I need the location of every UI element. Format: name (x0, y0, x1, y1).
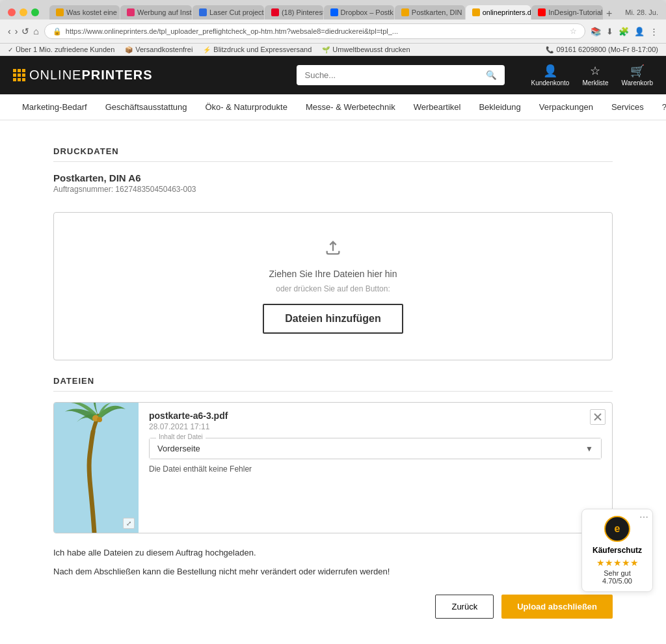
tab-1[interactable]: Was kostet eine … ✕ (49, 5, 120, 20)
finish-upload-button[interactable]: Upload abschließen (501, 595, 613, 619)
bookmark-1[interactable]: ✓ Über 1 Mio. zufriedene Kunden (8, 46, 114, 53)
site-header: ONLINEPRINTERS 🔍 👤 Kundenkonto ☆ Merklis… (0, 56, 666, 94)
address-bar: ‹ › ↺ ⌂ 🔒 https://www.onlineprinters.de/… (0, 20, 666, 44)
trust-title: Käuferschutz (591, 546, 643, 555)
back-nav-button[interactable]: ‹ (8, 26, 11, 36)
extensions-icon[interactable]: 🧩 (619, 27, 629, 36)
warenkorb-button[interactable]: 🛒 Warenkorb (621, 64, 653, 87)
merkliste-button[interactable]: ☆ Merkliste (582, 64, 608, 87)
nav-oeko[interactable]: Öko- & Naturprodukte (196, 94, 296, 120)
home-button[interactable]: ⌂ (33, 26, 38, 36)
bookmark-4-label: Umweltbewusst drucken (332, 46, 410, 53)
trust-badge: ⋯ e Käuferschutz ★★★★★ Sehr gut 4.70/5.0… (581, 509, 653, 592)
nav-services[interactable]: Services (602, 94, 653, 120)
thumbnail-expand-button[interactable]: ⤢ (123, 518, 135, 529)
file-delete-button[interactable] (590, 409, 606, 425)
tab-7-label: onlineprinters.de (483, 8, 531, 16)
settings-icon[interactable]: ⋮ (650, 27, 658, 36)
main-content: DRUCKDATEN Postkarten, DIN A6 Auftragsnu… (40, 120, 626, 632)
logo[interactable]: ONLINEPRINTERS (13, 68, 153, 83)
site-nav: Marketing-Bedarf Geschäftsausstattung Ök… (0, 94, 666, 120)
druckdaten-section: DRUCKDATEN Postkarten, DIN A6 Auftragsnu… (53, 133, 613, 212)
tab-3[interactable]: Laser Cut project… ✕ (193, 5, 264, 20)
drag-text: Ziehen Sie Ihre Dateien hier hin (67, 269, 599, 279)
search-input[interactable] (297, 65, 478, 85)
bookmark-4[interactable]: 🌱 Umweltbewusst drucken (322, 46, 410, 53)
druckdaten-title: DRUCKDATEN (53, 146, 613, 162)
trust-rating-text: Sehr gut (604, 569, 631, 577)
bookmark-1-label: Über 1 Mio. zufriedene Kunden (16, 46, 114, 53)
phone-label: 09161 6209800 (Mo-Fr 8-17:00) (556, 46, 658, 53)
warenkorb-label: Warenkorb (621, 79, 653, 87)
nav-hilfe[interactable]: ? Hilfe (653, 94, 666, 120)
file-name: postkarte-a6-3.pdf (149, 410, 602, 421)
nav-menu: Marketing-Bedarf Geschäftsausstattung Ök… (13, 94, 653, 120)
forward-nav-button[interactable]: › (15, 26, 18, 36)
merkliste-label: Merkliste (582, 79, 608, 87)
add-files-button[interactable]: Dateien hinzufügen (263, 304, 403, 334)
search-button[interactable]: 🔍 (478, 65, 505, 85)
tab-8-label: InDesign-Tutorial… (548, 8, 603, 16)
person-icon: 👤 (543, 64, 557, 78)
account-icon[interactable]: 👤 (634, 27, 645, 36)
date-display: Mi. 28. Ju. (625, 8, 658, 16)
nav-messe[interactable]: Messe- & Werbetechnik (297, 94, 405, 120)
content-label: Inhalt der Datei (156, 433, 206, 440)
tab-2-label: Werbung auf Inst… (137, 8, 192, 16)
maximize-button[interactable] (31, 8, 39, 16)
file-card: ⤢ postkarte-a6-3.pdf 28.07.2021 17:11 In… (53, 402, 613, 533)
phone-bookmark[interactable]: 📞 09161 6209800 (Mo-Fr 8-17:00) (546, 46, 658, 53)
trust-badge-more[interactable]: ⋯ (639, 512, 648, 522)
tab-4[interactable]: (18) Pinterest ✕ (265, 5, 323, 20)
tab-2[interactable]: Werbung auf Inst… ✕ (120, 5, 192, 20)
or-text: oder drücken Sie auf den Button: (67, 284, 599, 293)
tab-7-active[interactable]: onlineprinters.de ✕ (466, 5, 531, 20)
bookmark-icon[interactable]: 📚 (591, 27, 601, 36)
dropdown-arrow-icon: ▼ (585, 444, 593, 453)
nav-bekleidung[interactable]: Bekleidung (470, 94, 529, 120)
close-button[interactable] (8, 8, 16, 16)
header-icons: 👤 Kundenkonto ☆ Merkliste 🛒 Warenkorb (531, 64, 653, 87)
tab-5[interactable]: Dropbox – Postk… ✕ (324, 5, 394, 20)
header-search: 🔍 (297, 65, 505, 85)
upload-arrow-icon (67, 239, 599, 261)
reload-button[interactable]: ↺ (21, 26, 29, 36)
file-no-error: Die Datei enthält keine Fehler (149, 459, 602, 476)
confirmation-p1: Ich habe alle Dateien zu diesem Auftrag … (53, 546, 613, 560)
bookmark-3[interactable]: ⚡ Blitzdruck und Expressversand (203, 46, 312, 53)
tab-6-label: Postkarten, DIN … (412, 8, 465, 16)
bookmarks-bar: ✓ Über 1 Mio. zufriedene Kunden 📦 Versan… (0, 44, 666, 56)
window-controls (8, 8, 39, 16)
confirmation-p2: Nach dem Abschließen kann die Bestellung… (53, 565, 613, 579)
dateien-title: DATEIEN (53, 376, 613, 392)
hilfe-question-icon: ? (662, 102, 666, 112)
tab-5-label: Dropbox – Postk… (341, 8, 394, 16)
upload-drop-zone[interactable]: Ziehen Sie Ihre Dateien hier hin oder dr… (53, 212, 613, 360)
new-tab-button[interactable]: + (604, 8, 615, 20)
bookmark-2-label: Versandkostenfrei (135, 46, 193, 53)
nav-marketing[interactable]: Marketing-Bedarf (13, 94, 96, 120)
file-details: postkarte-a6-3.pdf 28.07.2021 17:11 Inha… (139, 403, 612, 533)
browser-toolbar: 📚 ⬇ 🧩 👤 ⋮ (591, 27, 658, 36)
bookmark-2[interactable]: 📦 Versandkostenfrei (125, 46, 193, 53)
kundenkonto-button[interactable]: 👤 Kundenkonto (531, 64, 569, 87)
nav-verpackungen[interactable]: Verpackungen (530, 94, 602, 120)
tab-8[interactable]: InDesign-Tutorial… ✕ (531, 5, 603, 20)
file-thumbnail: ⤢ (54, 403, 139, 533)
tab-1-label: Was kostet eine … (66, 8, 120, 16)
star-icon: ☆ (590, 64, 600, 78)
minimize-button[interactable] (20, 8, 27, 16)
nav-werbeartikel[interactable]: Werbeartikel (405, 94, 470, 120)
nav-geschaeft[interactable]: Geschäftsausstattung (96, 94, 196, 120)
url-input[interactable]: 🔒 https://www.onlineprinters.de/tpl_uplo… (44, 23, 585, 39)
back-button[interactable]: Zurück (435, 595, 494, 619)
trust-score: 4.70/5.00 (602, 577, 632, 585)
confirmation-text: Ich habe alle Dateien zu diesem Auftrag … (53, 546, 613, 579)
content-dropdown[interactable]: Vorderseite ▼ (150, 438, 601, 459)
tab-6[interactable]: Postkarten, DIN … ✕ (395, 5, 465, 20)
file-date: 28.07.2021 17:11 (149, 422, 602, 431)
action-buttons: Zurück Upload abschließen (53, 595, 613, 619)
svg-point-2 (97, 417, 102, 422)
download-icon[interactable]: ⬇ (606, 27, 613, 36)
cart-icon: 🛒 (630, 64, 645, 78)
